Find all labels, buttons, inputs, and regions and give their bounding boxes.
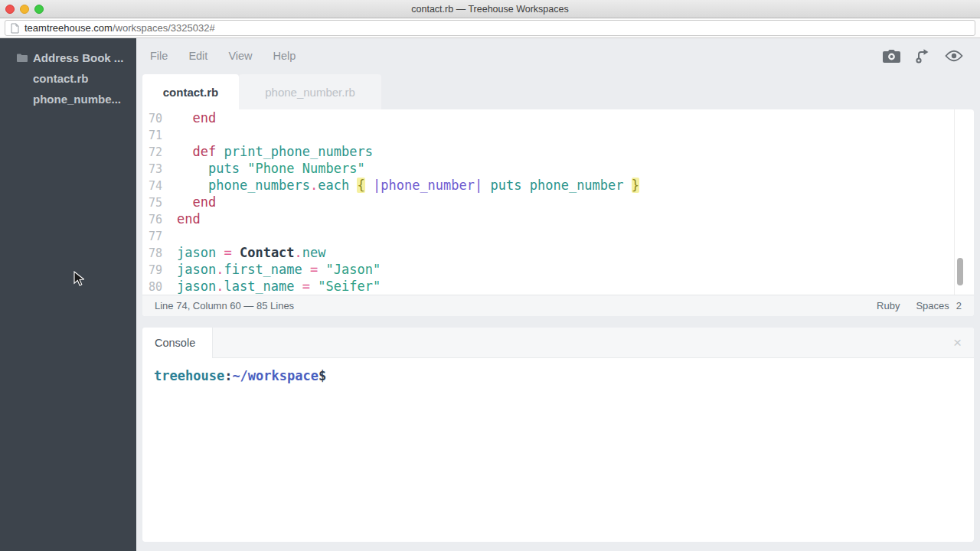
code-text: [162, 127, 177, 142]
language-mode-selector[interactable]: Ruby: [877, 300, 900, 311]
line-number: 72: [142, 144, 162, 161]
address-bar[interactable]: teamtreehouse.com/workspaces/3325032#: [5, 20, 975, 36]
line-number: 78: [142, 245, 162, 262]
file-sidebar: Address Book ... contact.rb phone_numbe.…: [0, 38, 136, 551]
prompt-path: ~/workspace: [232, 368, 318, 383]
code-editor-panel: 70 end7172 def print_phone_numbers73 put…: [142, 109, 974, 316]
console-header: Console ×: [142, 328, 974, 358]
line-number: 73: [142, 161, 162, 178]
code-text: jason = Contact.new: [162, 245, 326, 260]
folder-icon: [17, 54, 28, 62]
editor-scrollbar: [954, 109, 965, 295]
tab-phone-number-rb[interactable]: phone_number.rb: [239, 74, 381, 109]
menu-edit[interactable]: Edit: [188, 50, 207, 62]
eye-icon[interactable]: [945, 50, 963, 62]
toolbar-icons: [883, 38, 963, 73]
tab-label: phone_number.rb: [265, 86, 355, 99]
tab-label: contact.rb: [163, 86, 219, 99]
token-plain: [240, 161, 247, 176]
workspace-menubar: File Edit View Help: [136, 38, 980, 73]
token-plain: [310, 279, 318, 294]
menu-help[interactable]: Help: [273, 50, 296, 62]
code-text: end: [162, 194, 216, 210]
token-plain: [216, 144, 224, 159]
editor-scrollbar-thumb[interactable]: [957, 258, 963, 285]
code-line[interactable]: 78jason = Contact.new: [142, 244, 954, 261]
terminal-prompt: treehouse:~/workspace$: [154, 368, 974, 383]
token-plain: [177, 110, 192, 126]
token-id: puts: [491, 178, 522, 193]
token-id: first_name: [224, 262, 302, 277]
sidebar-item-address-book[interactable]: Address Book ...: [0, 47, 136, 68]
code-line[interactable]: 73 puts "Phone Numbers": [142, 160, 954, 177]
token-op: .: [310, 178, 318, 193]
spaces-label: Spaces: [916, 300, 949, 311]
token-id: puts: [208, 161, 240, 176]
code-text: end: [162, 110, 216, 126]
token-plain: [624, 178, 632, 193]
token-plain: [295, 279, 302, 294]
token-id: phone_number: [530, 178, 624, 193]
token-plain: [177, 161, 208, 176]
sidebar-item-contact-rb[interactable]: contact.rb: [0, 68, 136, 89]
token-plain: [177, 144, 192, 159]
code-line[interactable]: 76end: [142, 210, 954, 227]
sidebar-item-label: contact.rb: [33, 72, 89, 85]
menu-view[interactable]: View: [228, 50, 252, 62]
prompt-host: treehouse: [154, 368, 224, 383]
token-str: "Seifer": [318, 279, 381, 294]
token-plain: [216, 245, 224, 260]
window-title: contact.rb — Treehouse Workspaces: [0, 0, 980, 18]
token-kw: end: [192, 110, 216, 126]
token-plain: [232, 245, 240, 260]
code-line[interactable]: 75 end: [142, 194, 954, 210]
token-plain: [177, 178, 208, 193]
browser-titlebar: contact.rb — Treehouse Workspaces: [0, 0, 980, 18]
code-text: [162, 228, 177, 243]
camera-icon[interactable]: [883, 49, 900, 63]
sidebar-item-phone-number-rb[interactable]: phone_numbe...: [0, 89, 136, 109]
line-number: 76: [142, 211, 162, 228]
code-line[interactable]: 80jason.last_name = "Seifer": [142, 278, 954, 295]
token-kw: end: [192, 194, 216, 210]
url-text: teamtreehouse.com/workspaces/3325032#: [24, 22, 215, 34]
code-lines[interactable]: 70 end7172 def print_phone_numbers73 put…: [142, 109, 954, 295]
console-terminal[interactable]: treehouse:~/workspace$: [142, 358, 974, 542]
tab-console[interactable]: Console: [142, 328, 213, 358]
line-number: 75: [142, 194, 162, 211]
tab-contact-rb[interactable]: contact.rb: [142, 74, 239, 109]
code-line[interactable]: 71: [142, 126, 954, 143]
code-text: end: [162, 211, 201, 227]
code-text: puts "Phone Numbers": [162, 161, 365, 176]
token-plain: [349, 178, 357, 193]
browser-url-row: teamtreehouse.com/workspaces/3325032#: [0, 18, 980, 38]
indent-settings-selector[interactable]: Spaces 2: [916, 300, 962, 311]
spaces-value: 2: [956, 300, 962, 311]
token-brace: }: [632, 178, 639, 193]
console-panel: Console × treehouse:~/workspace$: [142, 328, 974, 542]
code-text: def print_phone_numbers: [162, 144, 373, 159]
token-id: new: [302, 245, 326, 260]
close-console-icon[interactable]: ×: [953, 328, 962, 358]
console-tab-label: Console: [155, 337, 195, 349]
line-number: 80: [142, 279, 162, 295]
code-text: phone_numbers.each { |phone_number| puts…: [162, 178, 639, 193]
token-plain: [521, 178, 529, 193]
code-line[interactable]: 79jason.first_name = "Jason": [142, 261, 954, 278]
token-param: |phone_number|: [373, 178, 482, 193]
page-icon: [11, 23, 19, 34]
code-line[interactable]: 74 phone_numbers.each { |phone_number| p…: [142, 177, 954, 194]
fork-icon[interactable]: [915, 48, 930, 64]
token-plain: [318, 262, 325, 277]
code-line[interactable]: 77: [142, 227, 954, 244]
token-op: =: [302, 279, 310, 294]
cursor-position-status: Line 74, Column 60 — 85 Lines: [155, 300, 294, 311]
code-line[interactable]: 72 def print_phone_numbers: [142, 143, 954, 160]
token-kw: end: [177, 211, 201, 227]
code-line[interactable]: 70 end: [142, 109, 954, 126]
token-op: =: [310, 262, 318, 277]
token-op: .: [295, 245, 302, 260]
sidebar-item-label: Address Book ...: [33, 51, 123, 64]
token-id: jason: [177, 279, 216, 294]
menu-file[interactable]: File: [150, 50, 168, 62]
